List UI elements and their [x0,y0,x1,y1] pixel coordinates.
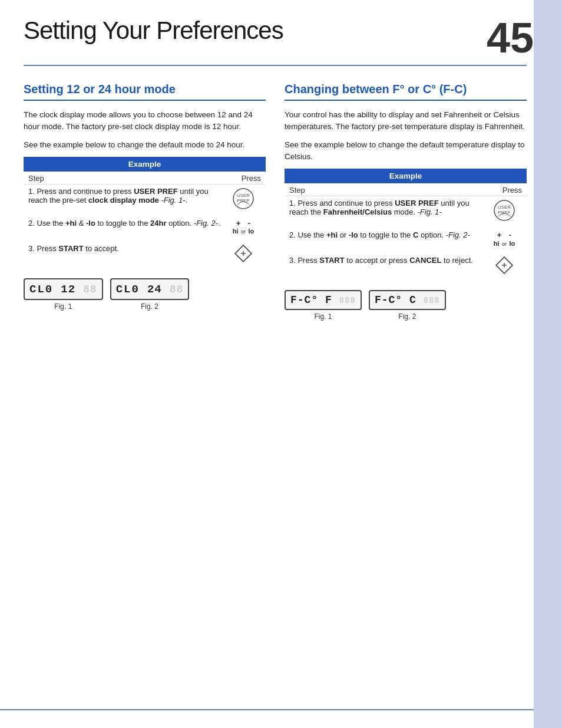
right-step3-press [487,256,522,275]
right-figures: F-C° F 888 Fig. 1 F-C° C 888 Fig. 2 [285,290,527,321]
left-intro2: See the example below to change the defa… [24,139,266,151]
left-col-press: Press [136,172,266,185]
right-step3-text: 3. Press START to accept or press CANCEL… [289,256,487,265]
left-step1-text: 1. Press and continue to press USER PREF… [28,187,226,205]
left-section-heading: Setting 12 or 24 hour mode [24,83,266,101]
right-example-table: Example Step Press 1. Press and continue… [285,169,527,285]
left-intro1: The clock display mode allows you to cho… [24,109,266,133]
right-col-step: Step [285,183,397,196]
left-step2-press: + - hi or lo [226,219,261,236]
bottom-rule [0,709,534,710]
right-fig2: F-C° C 888 Fig. 2 [369,290,446,321]
svg-text:PREF: PREF [237,198,249,203]
start-icon [234,244,253,263]
left-step3-press [226,244,261,263]
right-step2-press: + - hi or lo [487,230,522,248]
right-example-header: Example [285,169,527,183]
left-step2-text: 2. Use the +hi & -lo to toggle to the 24… [28,219,226,228]
right-fig1: F-C° F 888 Fig. 1 [285,290,362,321]
page-number: 45 [487,17,534,59]
right-fig2-caption: Fig. 2 [398,312,416,321]
right-step1-press: USER PREF [487,199,522,222]
userpref-icon-right: USER PREF [492,199,516,222]
left-step-1: 1. Press and continue to press USER PREF… [28,187,261,210]
left-step-2: 2. Use the +hi & -lo to toggle to the 24… [28,219,261,236]
right-step-2: 2. Use the +hi or -lo to toggle to the C… [289,230,522,248]
right-section-heading: Changing between F° or C° (F-C) [285,83,527,101]
right-fig1-display: F-C° F 888 [285,290,362,310]
right-step-3: 3. Press START to accept or press CANCEL… [289,256,522,275]
right-fig2-display: F-C° C 888 [369,290,446,310]
left-example-table: Example Step Press 1. Press and continue… [24,157,266,274]
left-fig2-caption: Fig. 2 [141,302,158,311]
svg-text:PREF: PREF [498,210,510,215]
left-column: Setting 12 or 24 hour mode The clock dis… [24,83,266,321]
left-step-3: 3. Press START to accept. [28,244,261,263]
right-step2-text: 2. Use the +hi or -lo to toggle to the C… [289,230,487,239]
left-step3-text: 3. Press START to accept. [28,244,226,253]
left-example-header: Example [24,157,266,172]
left-fig1-display: CL0 12 88 [24,278,103,300]
right-column: Changing between F° or C° (F-C) Your con… [285,83,527,321]
left-fig2-display: CL0 24 88 [110,278,190,300]
header-rule [24,65,527,66]
svg-text:USER: USER [498,205,511,210]
right-fig1-caption: Fig. 1 [314,312,332,321]
svg-text:USER: USER [237,193,250,198]
left-figures: CL0 12 88 Fig. 1 CL0 24 88 Fig. 2 [24,278,266,311]
hi-lo-icon-right: + - hi or lo [494,230,515,248]
userpref-icon: USER PREF [232,187,255,210]
right-intro2: See the example below to change the defa… [285,139,527,163]
two-col-layout: Setting 12 or 24 hour mode The clock dis… [24,83,527,321]
hi-lo-icon: + - hi or lo [233,219,254,236]
right-step-1: 1. Press and continue to press USER PREF… [289,199,522,222]
left-col-step: Step [24,172,136,185]
start-icon-right [495,256,514,275]
page-title: Setting Your Preferences [24,17,283,45]
right-intro1: Your control has the ability to display … [285,109,527,133]
left-step1-press: USER PREF [226,187,261,210]
left-fig2: CL0 24 88 Fig. 2 [110,278,190,311]
right-step1-text: 1. Press and continue to press USER PREF… [289,199,487,216]
right-col-press: Press [397,183,527,196]
header: Setting Your Preferences 45 [24,0,534,65]
left-fig1: CL0 12 88 Fig. 1 [24,278,103,311]
left-fig1-caption: Fig. 1 [54,302,72,311]
